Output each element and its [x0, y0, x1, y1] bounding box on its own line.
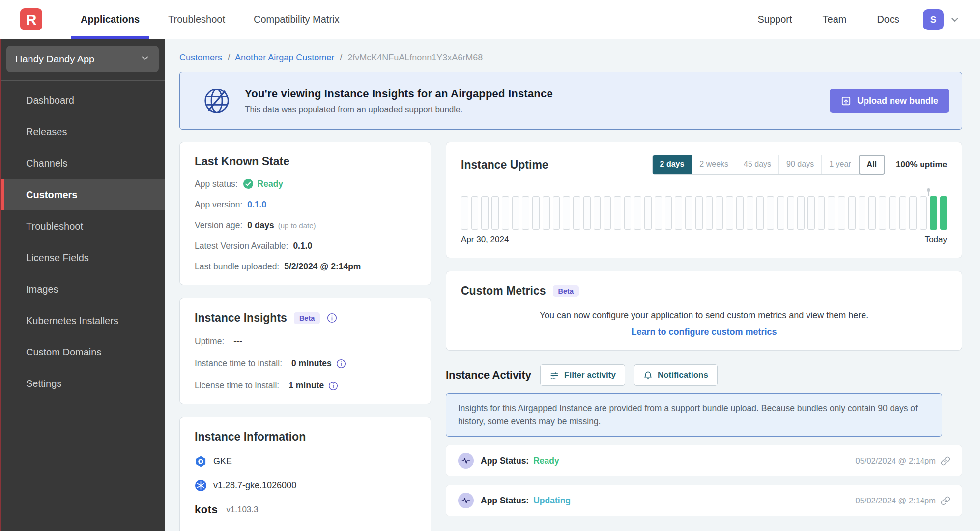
sidebar-item-kubernetes-installers[interactable]: Kubernetes Installers [1, 305, 165, 336]
breadcrumb-customers-link[interactable]: Customers [179, 53, 222, 62]
uptime-bar[interactable] [512, 196, 519, 230]
uptime-bar[interactable] [879, 196, 886, 230]
uptime-bar[interactable] [767, 196, 774, 230]
airgap-history-notice: Insights for this Airgapped Instance are… [446, 393, 942, 437]
uptime-bar[interactable] [522, 196, 529, 230]
uptime-bar[interactable] [716, 196, 723, 230]
uptime-bar[interactable] [665, 196, 672, 230]
custom-metrics-title: Custom Metrics [461, 284, 546, 297]
nav-compatibility-matrix[interactable]: Compatibility Matrix [244, 0, 349, 39]
sidebar-item-images[interactable]: Images [1, 273, 165, 305]
instance-time-to-install-row: Instance time to install: 0 minutes [195, 358, 416, 369]
uptime-bar[interactable] [461, 196, 468, 230]
upload-new-bundle-button[interactable]: Upload new bundle [830, 89, 949, 113]
uptime-bar[interactable] [920, 196, 927, 230]
account-chevron-down-icon[interactable] [950, 14, 960, 25]
nav-docs[interactable]: Docs [877, 14, 899, 25]
uptime-bar[interactable] [532, 196, 540, 230]
sidebar-divider [1, 80, 165, 81]
uptime-bar[interactable] [655, 196, 662, 230]
uptime-bar[interactable] [756, 196, 764, 230]
uptime-bar[interactable] [899, 196, 907, 230]
uptime-bar[interactable] [502, 196, 509, 230]
info-icon[interactable] [328, 381, 338, 391]
sidebar-item-channels[interactable]: Channels [1, 148, 165, 179]
filter-sliders-icon [549, 370, 559, 380]
nav-support[interactable]: Support [757, 14, 792, 25]
permalink-icon[interactable] [941, 496, 950, 505]
range-2-days[interactable]: 2 days [653, 155, 692, 174]
configure-custom-metrics-link[interactable]: Learn to configure custom metrics [461, 327, 947, 337]
sidebar-item-dashboard[interactable]: Dashboard [1, 85, 165, 116]
breadcrumb: Customers / Another Airgap Customer / 2f… [179, 53, 962, 63]
nav-applications[interactable]: Applications [71, 0, 149, 39]
uptime-bar[interactable] [583, 196, 591, 230]
uptime-bar[interactable] [594, 196, 601, 230]
range-1-year[interactable]: 1 year [822, 155, 859, 174]
uptime-bar[interactable] [818, 196, 825, 230]
uptime-bar[interactable] [909, 196, 917, 230]
uptime-bar[interactable] [553, 196, 560, 230]
uptime-bar[interactable] [797, 196, 805, 230]
uptime-bar[interactable] [563, 196, 570, 230]
sidebar-item-settings[interactable]: Settings [1, 368, 165, 399]
avatar[interactable]: S [923, 9, 944, 30]
uptime-bar[interactable] [471, 196, 479, 230]
instance-insights-title: Instance Insights [195, 311, 287, 324]
top-navbar: R Applications Troubleshoot Compatibilit… [0, 0, 980, 39]
sidebar-item-releases[interactable]: Releases [1, 116, 165, 148]
uptime-bar[interactable] [930, 196, 937, 230]
nav-troubleshoot[interactable]: Troubleshoot [158, 0, 235, 39]
banner-subtitle: This data was populated from an uploaded… [245, 105, 553, 115]
range-45-days[interactable]: 45 days [736, 155, 779, 174]
uptime-bar[interactable] [848, 196, 856, 230]
range-90-days[interactable]: 90 days [779, 155, 822, 174]
uptime-bar[interactable] [481, 196, 489, 230]
uptime-bar[interactable] [889, 196, 896, 230]
instance-information-card: Instance Information GKE v1.28.7-gke.102… [179, 417, 431, 531]
uptime-bar[interactable] [777, 196, 784, 230]
uptime-bar[interactable] [828, 196, 835, 230]
nav-team[interactable]: Team [823, 14, 847, 25]
uptime-bar[interactable] [634, 196, 641, 230]
uptime-bar[interactable] [868, 196, 876, 230]
uptime-bar[interactable] [543, 196, 550, 230]
uptime-bar[interactable] [675, 196, 682, 230]
sidebar-item-troubleshoot[interactable]: Troubleshoot [1, 210, 165, 242]
uptime-bar[interactable] [736, 196, 744, 230]
uptime-bar[interactable] [838, 196, 845, 230]
uptime-bar[interactable] [940, 196, 948, 230]
uptime-bar[interactable] [614, 196, 621, 230]
uptime-bar[interactable] [726, 196, 733, 230]
activity-event-row: App Status: Updating 05/02/2024 @ 2:14pm [446, 485, 962, 516]
sidebar-item-license-fields[interactable]: License Fields [1, 242, 165, 273]
sidebar-item-custom-domains[interactable]: Custom Domains [1, 336, 165, 368]
uptime-bar[interactable] [787, 196, 795, 230]
breadcrumb-customer-link[interactable]: Another Airgap Customer [235, 53, 334, 62]
replicated-logo[interactable]: R [20, 8, 42, 30]
permalink-icon[interactable] [941, 456, 950, 466]
uptime-bar[interactable] [644, 196, 652, 230]
notifications-button[interactable]: Notifications [634, 364, 718, 386]
uptime-bar[interactable] [685, 196, 692, 230]
kots-version-value: v1.103.3 [226, 505, 258, 515]
uptime-bar[interactable] [624, 196, 632, 230]
info-icon[interactable] [336, 359, 346, 369]
uptime-bar[interactable] [807, 196, 815, 230]
uptime-bar[interactable] [706, 196, 713, 230]
app-version-link[interactable]: 0.1.0 [247, 200, 266, 210]
license-time-to-install-value: 1 minute [288, 381, 324, 391]
info-icon[interactable] [327, 313, 337, 323]
uptime-bar[interactable] [491, 196, 499, 230]
app-selector-dropdown[interactable]: Handy Dandy App [6, 46, 159, 72]
uptime-bar[interactable] [695, 196, 703, 230]
range-2-weeks[interactable]: 2 weeks [692, 155, 736, 174]
sidebar-item-customers[interactable]: Customers [1, 179, 165, 210]
latest-version-value: 0.1.0 [293, 241, 312, 251]
range-all[interactable]: All [859, 155, 885, 175]
filter-activity-button[interactable]: Filter activity [540, 364, 625, 386]
uptime-bar[interactable] [573, 196, 580, 230]
uptime-bar[interactable] [604, 196, 611, 230]
uptime-bar[interactable] [747, 196, 754, 230]
uptime-bar[interactable] [859, 196, 866, 230]
